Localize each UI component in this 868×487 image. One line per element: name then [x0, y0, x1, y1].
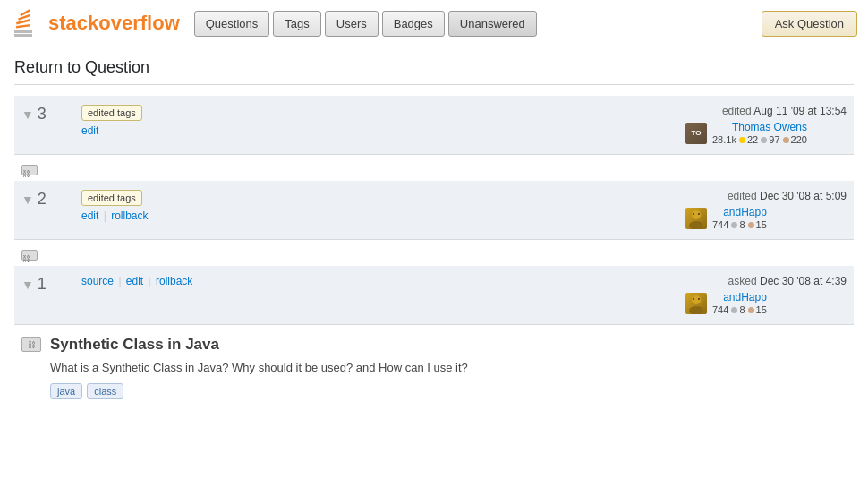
- tag-class[interactable]: class: [87, 383, 123, 399]
- revision-row-1: ▼ 1 source | edit | rollback asked Dec 3…: [14, 266, 854, 325]
- revision-1-vote: ▼ 1: [21, 275, 71, 294]
- svg-point-10: [692, 295, 701, 304]
- nav-badges[interactable]: Badges: [382, 11, 445, 37]
- svg-point-13: [698, 298, 700, 300]
- revision-1-user-info: andHapp 744 8 15: [685, 291, 847, 315]
- question-link-icon: ⛓: [21, 337, 41, 352]
- revision-1-meta: asked Dec 30 '08 at 4:39 andHapp 744 8 1…: [685, 275, 847, 315]
- revision-2-action-word: edited: [728, 190, 757, 202]
- revision-2-user-details: andHapp 744 8 15: [712, 206, 767, 230]
- chain-link-icon-1: ⛓: [21, 165, 38, 175]
- svg-rect-0: [14, 30, 32, 33]
- logo-text: stackoverflow: [48, 12, 180, 35]
- nav-unanswered[interactable]: Unanswered: [448, 11, 537, 37]
- question-body: What is a Synthetic Class in Java? Why s…: [21, 361, 847, 374]
- vote-arrow-3: ▼: [21, 107, 34, 122]
- revision-1-rollback-link[interactable]: rollback: [156, 275, 192, 287]
- revision-1-number: 1: [38, 275, 47, 294]
- svg-point-6: [692, 210, 701, 219]
- revision-2-date: Dec 30 '08 at 5:09: [760, 190, 847, 202]
- revision-3-actions: edit: [81, 124, 675, 137]
- vote-arrow-2: ▼: [21, 192, 34, 207]
- revision-2-actions: edit | rollback: [81, 209, 675, 222]
- revision-row-3: ▼ 3 edited tags edit edited Aug 11 '09 a…: [14, 96, 854, 155]
- revision-2-user-rep: 744 8 15: [712, 219, 767, 230]
- silver-dot-2: [731, 222, 737, 228]
- nav-tags[interactable]: Tags: [273, 11, 320, 37]
- revision-3-edit-link[interactable]: edit: [81, 124, 98, 137]
- revision-1-user-details: andHapp 744 8 15: [712, 291, 767, 315]
- revision-1-username[interactable]: andHapp: [712, 291, 767, 303]
- revision-2-number: 2: [38, 190, 47, 209]
- revision-1-actions: source | edit | rollback: [81, 275, 675, 287]
- logo: stackoverflow: [11, 7, 180, 39]
- svg-point-11: [689, 306, 703, 314]
- svg-point-7: [689, 221, 703, 229]
- separator-3-2: ⛓: [14, 157, 854, 181]
- revision-3-content: edited tags edit: [71, 105, 685, 137]
- gold-dot-3: [739, 137, 745, 143]
- vote-arrow-1: ▼: [21, 278, 34, 292]
- revision-2-edit-link[interactable]: edit: [81, 209, 98, 222]
- revision-2-content: edited tags edit | rollback: [71, 190, 685, 222]
- question-title: Synthetic Class in Java: [50, 336, 219, 354]
- page-content: Return to Question ▼ 3 edited tags edit …: [0, 47, 868, 414]
- revision-2-username[interactable]: andHapp: [712, 206, 767, 218]
- header: stackoverflow Questions Tags Users Badge…: [0, 0, 868, 47]
- revision-3-number: 3: [38, 105, 47, 124]
- question-title-row: ⛓ Synthetic Class in Java: [21, 336, 847, 354]
- revision-1-date: Dec 30 '08 at 4:39: [760, 275, 847, 287]
- separator-2-1: ⛓: [14, 242, 854, 266]
- revision-3-user-info: TO Thomas Owens 28.1k 22 97 220: [685, 121, 847, 145]
- revision-1-edit-link[interactable]: edit: [126, 275, 143, 287]
- main-nav: Questions Tags Users Badges Unanswered: [194, 11, 537, 37]
- svg-rect-3: [16, 19, 30, 24]
- bronze-dot-2: [748, 222, 754, 228]
- revision-1-user-rep: 744 8 15: [712, 304, 767, 315]
- revision-1-avatar: [685, 293, 707, 314]
- revision-1-source-link[interactable]: source: [81, 275, 114, 287]
- silver-dot-1: [731, 307, 737, 313]
- tags-row: java class: [21, 383, 847, 399]
- page-title: Return to Question: [14, 58, 854, 77]
- svg-rect-2: [16, 24, 30, 29]
- revision-3-action-word: edited: [722, 105, 752, 117]
- nav-users[interactable]: Users: [325, 11, 379, 37]
- revision-3-date: Aug 11 '09 at 13:54: [753, 105, 847, 117]
- revision-3-tag: edited tags: [81, 105, 142, 121]
- svg-point-8: [693, 213, 694, 215]
- revision-row-2: ▼ 2 edited tags edit | rollback edited D…: [14, 181, 854, 240]
- silver-dot-3: [761, 137, 767, 143]
- revision-2-vote: ▼ 2: [21, 190, 71, 209]
- revision-1-action-word: asked: [728, 275, 757, 287]
- revision-3-avatar: TO: [685, 123, 707, 144]
- revision-3-user-details: Thomas Owens 28.1k 22 97 220: [712, 121, 807, 145]
- bronze-dot-1: [748, 307, 754, 313]
- revision-2-tag: edited tags: [81, 190, 142, 206]
- tag-java[interactable]: java: [50, 383, 82, 399]
- svg-point-12: [693, 298, 694, 300]
- logo-icon: [11, 7, 43, 39]
- ask-question-button[interactable]: Ask Question: [762, 11, 857, 37]
- nav-questions[interactable]: Questions: [194, 11, 270, 37]
- revision-2-user-info: andHapp 744 8 15: [685, 206, 847, 230]
- revision-3-vote: ▼ 3: [21, 105, 71, 124]
- divider: [14, 84, 854, 85]
- chain-link-icon-2: ⛓: [21, 250, 38, 261]
- revision-2-avatar: [685, 208, 707, 229]
- revision-3-user-rep: 28.1k 22 97 220: [712, 134, 807, 145]
- svg-rect-1: [14, 34, 32, 37]
- revision-2-rollback-link[interactable]: rollback: [111, 209, 148, 222]
- revision-2-meta: edited Dec 30 '08 at 5:09 andHapp 744 8 …: [685, 190, 847, 230]
- revision-1-content: source | edit | rollback: [71, 275, 685, 287]
- question-block: ⛓ Synthetic Class in Java What is a Synt…: [14, 327, 854, 403]
- bronze-dot-3: [783, 137, 789, 143]
- svg-point-9: [698, 213, 700, 215]
- revision-3-username[interactable]: Thomas Owens: [712, 121, 807, 133]
- revision-3-meta: edited Aug 11 '09 at 13:54 TO Thomas Owe…: [685, 105, 847, 145]
